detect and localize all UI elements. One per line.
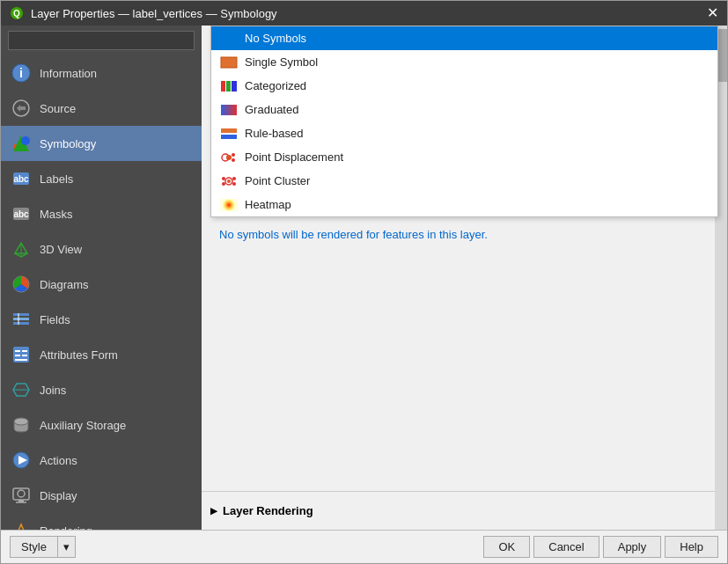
svg-point-26 (14, 418, 28, 425)
style-button-group: Style ▾ (10, 536, 76, 558)
svg-rect-43 (221, 128, 237, 133)
dropdown-item-graduated[interactable]: Graduated (211, 98, 715, 121)
svg-point-54 (232, 182, 236, 186)
main-window: Q Layer Properties — label_vertices — Sy… (0, 0, 728, 564)
dropdown-item-single-symbol[interactable]: Single Symbol (211, 50, 715, 74)
svg-rect-41 (232, 81, 237, 92)
svg-point-46 (226, 155, 232, 160)
sidebar-item-masks[interactable]: abc Masks (1, 196, 202, 231)
svg-rect-21 (22, 355, 27, 356)
svg-point-32 (18, 490, 25, 497)
dropdown-item-label: Heatmap (245, 198, 291, 211)
sidebar-item-auxiliary-storage[interactable]: Auxiliary Storage (1, 407, 202, 443)
svg-rect-38 (221, 57, 237, 68)
sidebar-item-3dview[interactable]: 3D View (1, 231, 202, 267)
joins-icon (11, 380, 31, 399)
svg-rect-13 (13, 313, 29, 316)
sidebar-item-attributes-form[interactable]: Attributes Form (1, 337, 202, 372)
close-button[interactable]: ✕ (707, 6, 718, 20)
dropdown-item-label: Point Displacement (245, 150, 343, 164)
style-dropdown-arrow[interactable]: ▾ (57, 536, 76, 558)
sidebar-item-labels[interactable]: abc Labels (1, 161, 202, 196)
ok-button[interactable]: OK (483, 536, 530, 558)
sidebar-item-label: Labels (40, 172, 73, 186)
bottom-bar: Style ▾ OK Cancel Apply Help (1, 530, 727, 563)
layer-rendering-header[interactable]: ▶ Layer Rendering (210, 501, 706, 521)
sidebar: i Information Source (1, 26, 202, 530)
chevron-right-icon: ▶ (210, 506, 217, 516)
action-buttons: OK Cancel Apply Help (483, 536, 718, 558)
no-symbols-text: No symbols will be rendered for features… (219, 228, 697, 241)
svg-rect-40 (226, 81, 231, 92)
search-input[interactable] (8, 31, 195, 50)
svg-point-48 (232, 158, 235, 162)
sidebar-item-source[interactable]: Source (1, 91, 202, 126)
single-symbol-icon (220, 56, 238, 69)
fields-icon (11, 310, 31, 329)
masks-icon: abc (11, 204, 31, 223)
graduated-icon (220, 104, 238, 116)
source-icon (11, 99, 31, 118)
dropdown-item-rule-based[interactable]: Rule-based (211, 121, 715, 145)
sidebar-item-label: Display (40, 489, 77, 502)
svg-text:abc: abc (13, 209, 29, 219)
heatmap-icon (220, 199, 238, 211)
point-displacement-icon (220, 151, 238, 164)
symbology-dropdown: No Symbols Single Symbol (210, 26, 715, 217)
diagrams-icon (11, 275, 31, 294)
sidebar-item-rendering[interactable]: Rendering (1, 513, 202, 530)
sidebar-item-diagrams[interactable]: Diagrams (1, 267, 202, 302)
svg-rect-19 (22, 350, 27, 352)
sidebar-item-joins[interactable]: Joins (1, 372, 202, 407)
style-button[interactable]: Style (10, 536, 57, 558)
help-button[interactable]: Help (665, 536, 718, 558)
rule-based-icon (220, 128, 238, 140)
svg-rect-42 (221, 105, 237, 115)
svg-rect-18 (15, 350, 20, 352)
dropdown-item-no-symbols[interactable]: No Symbols (211, 26, 715, 50)
window-title: Layer Properties — label_vertices — Symb… (31, 7, 277, 20)
main-content: i Information Source (1, 26, 727, 530)
search-bar (1, 26, 202, 55)
dropdown-item-point-displacement[interactable]: Point Displacement (211, 145, 715, 169)
sidebar-item-information[interactable]: i Information (1, 55, 202, 91)
cancel-button[interactable]: Cancel (533, 536, 599, 558)
sidebar-item-label: Attributes Form (40, 348, 118, 362)
dropdown-item-label: Graduated (245, 103, 298, 116)
svg-rect-39 (221, 81, 225, 92)
sidebar-item-symbology[interactable]: Symbology (1, 126, 202, 161)
sidebar-item-label: 3D View (40, 243, 82, 256)
categorized-icon (220, 80, 238, 92)
sidebar-item-label: Information (40, 67, 97, 80)
panel: No Symbols Single Symbol (202, 26, 727, 530)
svg-rect-15 (13, 322, 29, 325)
dropdown-item-point-cluster[interactable]: Point Cluster (211, 169, 715, 193)
panel-scroll: No Symbols Single Symbol (202, 26, 727, 530)
svg-rect-44 (221, 135, 237, 139)
point-cluster-icon (220, 175, 238, 187)
svg-point-51 (222, 177, 225, 180)
content-area: No symbols will be rendered for features… (202, 210, 715, 491)
dropdown-item-label: Point Cluster (245, 174, 310, 187)
sidebar-item-label: Symbology (40, 137, 96, 150)
sidebar-item-label: Joins (40, 384, 66, 397)
svg-point-7 (21, 136, 30, 145)
svg-rect-14 (13, 318, 29, 320)
sidebar-item-label: Fields (40, 313, 70, 326)
symbology-icon (11, 134, 31, 153)
no-symbols-icon (220, 33, 238, 45)
dropdown-item-heatmap[interactable]: Heatmap (211, 193, 715, 216)
svg-text:Q: Q (13, 9, 20, 18)
sidebar-item-display[interactable]: Display (1, 478, 202, 513)
info-icon: i (11, 63, 31, 83)
sidebar-item-fields[interactable]: Fields (1, 302, 202, 337)
sidebar-item-actions[interactable]: Actions (1, 443, 202, 478)
svg-rect-22 (15, 359, 27, 361)
title-bar-left: Q Layer Properties — label_vertices — Sy… (10, 6, 277, 20)
dropdown-item-categorized[interactable]: Categorized (211, 74, 715, 98)
sidebar-item-label: Diagrams (40, 278, 89, 291)
apply-button[interactable]: Apply (603, 536, 662, 558)
svg-point-52 (232, 177, 236, 180)
svg-text:i: i (19, 66, 23, 80)
no-symbols-dot: . (484, 228, 488, 241)
